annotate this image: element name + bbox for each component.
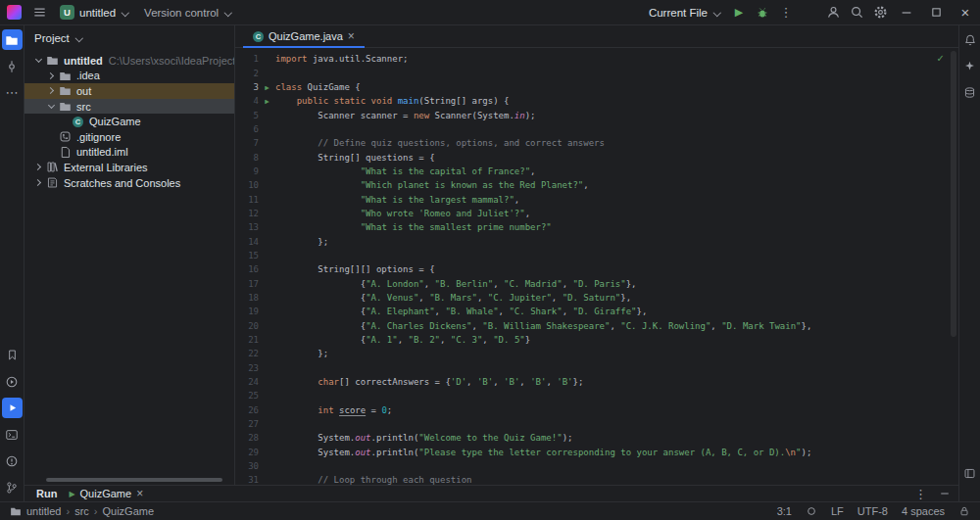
close-icon[interactable]: × (951, 0, 980, 24)
editor-tab-quizgame[interactable]: C QuizGame.java × (243, 25, 365, 47)
chevron-right-icon[interactable] (45, 87, 58, 94)
breadcrumb-untitled[interactable]: untitled (26, 505, 61, 517)
horizontal-scrollbar[interactable] (46, 478, 222, 482)
project-widget[interactable]: U untitled (53, 3, 135, 22)
code-line: 17 {"A. London", "B. Berlin", "C. Madrid… (235, 277, 958, 291)
database-icon[interactable] (959, 82, 980, 103)
vertical-scrollbar[interactable] (951, 51, 956, 337)
more-tools-icon[interactable]: ⋯ (2, 82, 23, 103)
minimize-icon[interactable] (892, 0, 921, 24)
intellij-logo-icon (7, 5, 22, 20)
code-text: "Who wrote 'Romeo and Juliet'?", (275, 209, 530, 218)
tree-item-quizgame[interactable]: CQuizGame (24, 114, 234, 129)
run-panel-title[interactable]: Run (36, 488, 57, 499)
run-button[interactable]: ▶ (727, 2, 751, 24)
folder-icon (45, 54, 60, 67)
chevron-right-icon[interactable] (32, 164, 45, 170)
commit-tool-icon[interactable] (2, 56, 23, 76)
line-ending-widget[interactable]: LF (831, 505, 844, 517)
terminal-tool-icon[interactable] (2, 424, 23, 445)
bookmarks-tool-icon[interactable] (2, 345, 23, 365)
inspection-check-icon[interactable]: ✓ (937, 53, 945, 64)
breadcrumb-quizgame[interactable]: QuizGame (103, 505, 155, 517)
inspection-indicator-icon[interactable] (806, 505, 817, 517)
code-line: 31 // Loop through each question (235, 473, 958, 485)
breadcrumbs: untitled›src›QuizGame (26, 505, 154, 517)
problems-tool-icon[interactable] (2, 450, 23, 471)
encoding-widget[interactable]: UTF-8 (858, 505, 888, 517)
line-number: 26 (235, 405, 259, 415)
tab-close-icon[interactable]: × (348, 30, 355, 42)
hide-panel-icon[interactable] (939, 488, 951, 499)
account-icon[interactable] (821, 2, 845, 24)
main-menu-icon[interactable] (27, 2, 51, 24)
class-icon: C (253, 31, 264, 42)
project-name: untitled (79, 7, 116, 19)
run-config-selector[interactable]: Current File (642, 5, 727, 21)
code-text: "What is the capital of France?", (275, 166, 536, 176)
code-line: 16 String[][] options = { (235, 262, 958, 276)
tree-item-idea[interactable]: .idea (24, 69, 234, 84)
run-tab-close-icon[interactable]: × (136, 488, 143, 499)
tree-item-src[interactable]: src (24, 99, 234, 115)
editor[interactable]: ✓ 1import java.util.Scanner;23▶class Qui… (235, 48, 958, 485)
tree-item-untitled[interactable]: untitledC:\Users\xsoci\IdeaProjects\unti… (24, 53, 234, 69)
folder-icon (58, 84, 73, 97)
ai-assistant-icon[interactable] (959, 56, 980, 76)
file-icon (58, 146, 73, 159)
indent-widget[interactable]: 4 spaces (902, 505, 945, 517)
project-path: C:\Users\xsoci\IdeaProjects\untitled (109, 55, 234, 67)
tree-item-untitled-iml[interactable]: untitled.iml (24, 145, 234, 161)
code-line: 27 (235, 417, 958, 431)
run-line-icon[interactable]: ▶ (265, 97, 270, 106)
tree-item-scratches-and-consoles[interactable]: Scratches and Consoles (24, 175, 234, 191)
services-tool-icon[interactable] (2, 371, 23, 392)
run-toolbar-actions: ⋮ (914, 488, 951, 500)
run-tool-icon[interactable] (2, 398, 23, 418)
search-icon[interactable] (845, 2, 868, 24)
line-number: 27 (235, 419, 259, 429)
chevron-down-icon[interactable] (45, 103, 58, 110)
code-line: 15 (235, 249, 958, 262)
run-tab-quizgame[interactable]: ▶ QuizGame × (69, 488, 143, 499)
line-number: 24 (235, 377, 259, 387)
code-line: 28 System.out.println("Welcome to the Qu… (235, 431, 958, 445)
gutter: ▶ (259, 96, 275, 106)
code-line: 8 String[] questions = { (235, 150, 958, 164)
version-control-tool-icon[interactable] (2, 477, 23, 497)
notifications-bell-icon[interactable] (959, 29, 980, 50)
chevron-down-icon[interactable] (32, 57, 45, 64)
code-text: public static void main(String[] args) { (275, 96, 509, 106)
project-panel-header[interactable]: Project (24, 25, 234, 51)
project-tool-icon[interactable] (2, 29, 23, 50)
lock-icon[interactable] (958, 505, 970, 517)
line-number: 30 (235, 461, 259, 471)
run-line-icon[interactable]: ▶ (265, 83, 270, 92)
line-number: 5 (235, 111, 259, 120)
tree-item-gitignore[interactable]: .gitignore (24, 129, 234, 145)
vcs-widget[interactable]: Version control (137, 5, 238, 21)
maximize-icon[interactable] (921, 0, 951, 24)
tree-item-out[interactable]: out (24, 83, 234, 99)
code-line: 18 {"A. Venus", "B. Mars", "C. Jupiter",… (235, 291, 958, 305)
project-panel-title: Project (34, 32, 70, 44)
line-number: 9 (235, 166, 259, 176)
breadcrumb-src[interactable]: src (74, 505, 89, 517)
line-number: 20 (235, 321, 259, 331)
code-text: }; (275, 237, 328, 247)
debug-button[interactable] (751, 2, 774, 24)
tree-item-external-libraries[interactable]: External Libraries (24, 160, 234, 175)
run-config-label: Current File (649, 7, 708, 19)
code-line: 26 int score = 0; (235, 403, 958, 417)
chevron-right-icon[interactable] (45, 72, 58, 79)
code-text: System.out.println("Welcome to the Quiz … (275, 433, 572, 443)
caret-position[interactable]: 3:1 (777, 505, 792, 517)
code-text: }; (275, 349, 328, 358)
layout-tool-icon[interactable] (959, 463, 980, 484)
run-options-icon[interactable]: ⋮ (914, 488, 927, 500)
code-text: {"A. Elephant", "B. Whale", "C. Shark", … (275, 307, 647, 316)
chevron-right-icon[interactable] (32, 179, 45, 186)
settings-gear-icon[interactable] (868, 2, 892, 24)
project-panel: Project untitledC:\Users\xsoci\IdeaProje… (24, 25, 235, 485)
more-actions-icon[interactable]: ⋮ (774, 2, 798, 24)
